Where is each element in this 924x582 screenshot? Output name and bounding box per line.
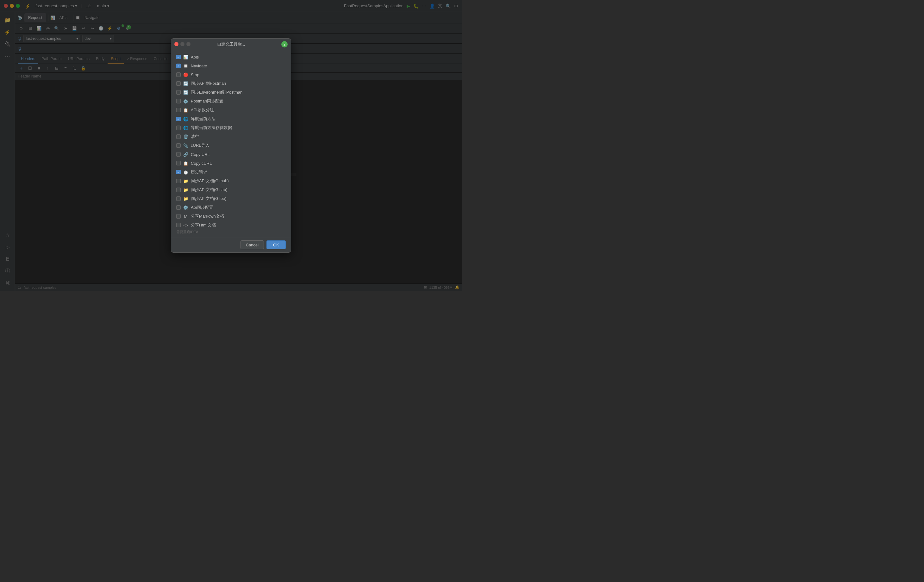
dialog-titlebar: 自定义工具栏... 2 [171,39,291,50]
dialog-item-1[interactable]: 🔲Navigate [171,61,291,70]
dialog-item-label-7: 导航当前方法 [191,116,216,122]
dialog-item-icon-17: ⚙️ [183,205,188,210]
dialog-item-15[interactable]: 📁同步API文档(Gitlab) [171,185,291,194]
cancel-button[interactable]: Cancel [241,241,264,249]
dialog-item-19[interactable]: <>分享Html文档 [171,221,291,227]
dialog-item-6[interactable]: 📋API参数分组 [171,106,291,114]
dialog-item-label-9: 清空 [191,134,199,140]
dialog-checkbox-17[interactable] [176,205,181,210]
dialog-footer: Cancel OK [171,237,291,252]
dialog-checkbox-16[interactable] [176,196,181,201]
dialog-item-18[interactable]: M分享Markdwn文档 [171,212,291,221]
dialog-checkbox-10[interactable] [176,143,181,148]
dialog-checkbox-11[interactable] [176,152,181,157]
dialog-item-label-5: Postman同步配置 [191,98,223,104]
customize-toolbar-dialog: 自定义工具栏... 2 📊Apis🔲Navigate🔴Stop🔄同步API到Po… [171,38,291,253]
dialog-hint: 需要重启IDEA [171,227,291,237]
dialog-checkbox-6[interactable] [176,108,181,112]
dialog-traffic-lights [174,42,190,46]
dialog-item-label-0: Apis [191,55,199,59]
dialog-checkbox-3[interactable] [176,81,181,86]
dialog-item-icon-16: 📁 [183,196,188,201]
dialog-checkbox-0[interactable] [176,55,181,59]
dialog-checkbox-14[interactable] [176,179,181,183]
dialog-item-7[interactable]: 🌐导航当前方法 [171,114,291,124]
dialog-checkbox-18[interactable] [176,214,181,219]
dialog-item-4[interactable]: 🔄同步Environment到Postman [171,88,291,97]
dialog-checkbox-9[interactable] [176,134,181,139]
dialog-item-icon-19: <> [183,223,188,228]
dialog-item-label-6: API参数分组 [191,107,214,113]
dialog-item-label-1: Navigate [191,64,207,68]
dialog-item-0[interactable]: 📊Apis [171,53,291,61]
ok-button[interactable]: OK [266,241,286,249]
dialog-item-label-14: 同步API文档(Github) [191,178,229,184]
dialog-checkbox-1[interactable] [176,64,181,68]
dialog-item-icon-6: 📋 [183,108,188,113]
dialog-checkbox-13[interactable] [176,170,181,174]
dialog-checkbox-8[interactable] [176,125,181,130]
dialog-item-icon-18: M [183,214,188,219]
dialog-item-icon-10: 📎 [183,143,188,148]
dialog-item-icon-7: 🌐 [183,117,188,122]
dialog-item-icon-1: 🔲 [183,64,188,68]
dialog-checkbox-2[interactable] [176,73,181,77]
dialog-item-10[interactable]: 📎cURL导入 [171,141,291,150]
dialog-item-icon-15: 📁 [183,188,188,192]
dialog-item-label-13: 历史请求 [191,169,207,175]
dialog-item-14[interactable]: 📁同步API文档(Github) [171,176,291,185]
dialog-checkbox-5[interactable] [176,99,181,104]
dialog-item-9[interactable]: 🗑️清空 [171,132,291,141]
dialog-item-label-11: Copy URL [191,152,210,157]
dialog-item-label-15: 同步API文档(Gitlab) [191,187,228,193]
dialog-item-icon-3: 🔄 [183,81,188,86]
dialog-item-16[interactable]: 📁同步API文档(Gitee) [171,194,291,203]
dialog-title: 自定义工具栏... [217,41,245,47]
dialog-checkbox-12[interactable] [176,161,181,165]
dialog-item-icon-5: ⚙️ [183,99,188,104]
dialog-item-label-10: cURL导入 [191,143,210,148]
dialog-item-icon-12: 📋 [183,161,188,166]
dialog-item-12[interactable]: 📋Copy cURL [171,159,291,168]
dialog-item-3[interactable]: 🔄同步API到Postman [171,79,291,88]
dialog-item-2[interactable]: 🔴Stop [171,70,291,79]
dialog-close-btn[interactable] [174,42,178,46]
dialog-item-label-18: 分享Markdwn文档 [191,214,224,219]
dialog-overlay: 自定义工具栏... 2 📊Apis🔲Navigate🔴Stop🔄同步API到Po… [0,0,462,291]
dialog-item-label-19: 分享Html文档 [191,223,216,227]
dialog-item-icon-0: 📊 [183,55,188,59]
dialog-max-btn [186,42,190,46]
dialog-item-label-3: 同步API到Postman [191,81,226,86]
dialog-item-label-4: 同步Environment到Postman [191,89,243,95]
dialog-item-label-17: Api同步配置 [191,204,213,210]
dialog-checkbox-4[interactable] [176,90,181,95]
dialog-item-11[interactable]: 🔗Copy URL [171,150,291,159]
dialog-item-13[interactable]: ⏱️历史请求 [171,168,291,176]
dialog-checkbox-7[interactable] [176,117,181,121]
dialog-item-8[interactable]: 🌐导航当前方法存储数据 [171,124,291,132]
dialog-item-icon-14: 📁 [183,179,188,183]
dialog-item-5[interactable]: ⚙️Postman同步配置 [171,97,291,106]
dialog-checkbox-19[interactable] [176,223,181,227]
dialog-item-icon-4: 🔄 [183,90,188,95]
dialog-item-label-12: Copy cURL [191,161,212,166]
dialog-min-btn [180,42,185,46]
dialog-item-icon-2: 🔴 [183,73,188,77]
dialog-item-icon-8: 🌐 [183,125,188,130]
dialog-item-icon-9: 🗑️ [183,134,188,139]
dialog-item-icon-13: ⏱️ [183,170,188,175]
dialog-badge: 2 [281,41,288,48]
dialog-item-label-16: 同步API文档(Gitee) [191,196,226,201]
dialog-checkbox-15[interactable] [176,188,181,192]
dialog-body: 📊Apis🔲Navigate🔴Stop🔄同步API到Postman🔄同步Envi… [171,50,291,227]
dialog-item-label-2: Stop [191,73,200,77]
dialog-item-17[interactable]: ⚙️Api同步配置 [171,203,291,212]
dialog-item-label-8: 导航当前方法存储数据 [191,125,232,131]
dialog-item-icon-11: 🔗 [183,152,188,157]
